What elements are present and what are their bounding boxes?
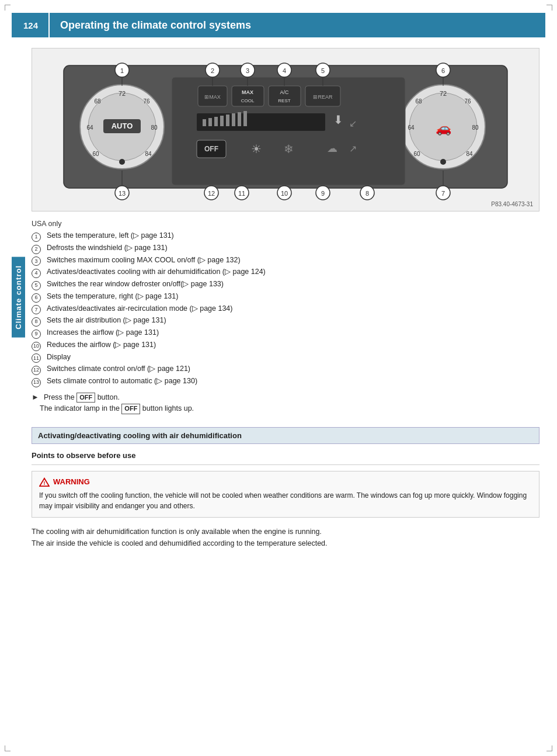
list-item-text: Reduces the airflow (▷ page 131) bbox=[47, 339, 156, 351]
warning-text: If you switch off the cooling function, … bbox=[39, 490, 532, 511]
press-note-text: Press the OFF button. bbox=[44, 393, 120, 403]
list-num: 8 bbox=[32, 315, 47, 326]
circled-num: 3 bbox=[32, 256, 41, 266]
list-item-text: Activates/deactivates cooling with air d… bbox=[47, 266, 266, 278]
page-number: 124 bbox=[23, 13, 50, 37]
svg-rect-43 bbox=[243, 111, 247, 126]
svg-text:84: 84 bbox=[466, 151, 473, 157]
footer-line-1: The cooling with air dehumidification fu… bbox=[32, 526, 539, 537]
list-item: 12 Switches climate control on/off (▷ pa… bbox=[32, 363, 539, 374]
list-item-text: Display bbox=[47, 352, 71, 363]
svg-text:6: 6 bbox=[441, 67, 445, 74]
circled-num: 13 bbox=[32, 378, 41, 387]
list-item: 13 Sets climate control to automatic (▷ … bbox=[32, 376, 539, 387]
corner-mark-tr bbox=[546, 5, 552, 11]
svg-text:72: 72 bbox=[119, 90, 126, 97]
list-num: 12 bbox=[32, 364, 47, 374]
svg-rect-36 bbox=[203, 119, 206, 126]
svg-text:5: 5 bbox=[321, 67, 325, 74]
list-num: 5 bbox=[32, 279, 47, 290]
svg-text:☀: ☀ bbox=[251, 143, 262, 155]
svg-text:!: ! bbox=[44, 480, 46, 486]
warning-box: ! WARNING If you switch off the cooling … bbox=[32, 471, 539, 518]
arrow-icon: ► bbox=[32, 393, 39, 401]
svg-text:60: 60 bbox=[413, 151, 420, 157]
circled-num: 2 bbox=[32, 245, 41, 254]
svg-text:68: 68 bbox=[94, 98, 101, 105]
list-item: 7 Activates/deactivates air-recirculatio… bbox=[32, 303, 539, 314]
svg-text:AUTO: AUTO bbox=[112, 122, 133, 130]
svg-text:60: 60 bbox=[92, 151, 99, 157]
svg-text:11: 11 bbox=[238, 190, 245, 197]
svg-text:MAX: MAX bbox=[242, 89, 253, 95]
svg-text:76: 76 bbox=[464, 98, 471, 105]
circled-num: 6 bbox=[32, 293, 41, 303]
list-num: 11 bbox=[32, 352, 47, 363]
svg-text:84: 84 bbox=[145, 151, 152, 157]
list-num: 3 bbox=[32, 255, 47, 266]
list-item-text: Switches the rear window defroster on/of… bbox=[47, 279, 224, 290]
circled-num: 1 bbox=[32, 233, 41, 242]
circled-num: 5 bbox=[32, 281, 41, 290]
footer-line-2: The air inside the vehicle is cooled and… bbox=[32, 537, 539, 549]
corner-mark-bl bbox=[5, 745, 11, 751]
svg-text:4: 4 bbox=[283, 67, 286, 74]
list-item: 2 Defrosts the windshield (▷ page 131) bbox=[32, 242, 539, 254]
list-item: 11 Display bbox=[32, 352, 539, 363]
section-box: Activating/deactivating cooling with air… bbox=[32, 427, 539, 444]
svg-text:☁: ☁ bbox=[327, 143, 337, 154]
list-num: 10 bbox=[32, 340, 47, 351]
list-item-text: Switches climate control on/off (▷ page … bbox=[47, 363, 190, 374]
list-item-text: Sets climate control to automatic (▷ pag… bbox=[47, 376, 197, 387]
section-subtitle: Points to observe before use bbox=[32, 451, 539, 460]
circled-num: 12 bbox=[32, 366, 41, 375]
svg-text:OFF: OFF bbox=[204, 145, 218, 153]
corner-mark-br bbox=[546, 745, 552, 751]
list-num: 2 bbox=[32, 243, 47, 254]
circled-num: 8 bbox=[32, 317, 41, 327]
list-num: 9 bbox=[32, 328, 47, 338]
list-num: 13 bbox=[32, 376, 47, 387]
svg-text:12: 12 bbox=[208, 190, 215, 197]
corner-mark-tl bbox=[5, 5, 11, 11]
svg-rect-38 bbox=[214, 117, 218, 126]
svg-text:13: 13 bbox=[119, 190, 126, 197]
svg-point-12 bbox=[119, 159, 125, 165]
list-item: 9 Increases the airflow (▷ page 131) bbox=[32, 327, 539, 338]
svg-rect-41 bbox=[232, 113, 235, 126]
list-item: 4 Activates/deactivates cooling with air… bbox=[32, 266, 539, 278]
list-item: 1 Sets the temperature, left (▷ page 131… bbox=[32, 230, 539, 241]
list-item: 8 Sets the air distribution (▷ page 131) bbox=[32, 315, 539, 326]
svg-text:64: 64 bbox=[408, 124, 415, 131]
svg-point-23 bbox=[440, 159, 446, 165]
list-item-text: Sets the temperature, left (▷ page 131) bbox=[47, 230, 174, 241]
circled-num: 9 bbox=[32, 330, 41, 339]
header-bar: 124 Operating the climate control system… bbox=[12, 13, 545, 37]
circled-num: 4 bbox=[32, 269, 41, 278]
svg-text:10: 10 bbox=[281, 190, 288, 197]
circled-num: 11 bbox=[32, 353, 41, 363]
svg-text:1: 1 bbox=[120, 67, 124, 74]
svg-text:⬇: ⬇ bbox=[333, 113, 343, 126]
warning-title: ! WARNING bbox=[39, 477, 532, 487]
svg-text:80: 80 bbox=[472, 124, 479, 131]
usa-only-label: USA only bbox=[32, 220, 539, 228]
side-label: Climate control bbox=[12, 257, 25, 338]
warning-label: WARNING bbox=[53, 477, 90, 486]
footer-text: The cooling with air dehumidification fu… bbox=[32, 526, 539, 549]
svg-text:72: 72 bbox=[440, 90, 447, 97]
svg-text:⊞REAR: ⊞REAR bbox=[313, 94, 333, 100]
circled-num: 7 bbox=[32, 305, 41, 314]
off-button-ref: OFF bbox=[76, 393, 95, 403]
svg-text:64: 64 bbox=[86, 124, 93, 131]
svg-text:8: 8 bbox=[365, 190, 369, 197]
circled-num: 10 bbox=[32, 342, 41, 351]
warning-triangle-icon: ! bbox=[39, 477, 50, 487]
section-box-label: Activating/deactivating cooling with air… bbox=[38, 431, 242, 440]
list-item: 6 Sets the temperature, right (▷ page 13… bbox=[32, 291, 539, 302]
page-title: Operating the climate control systems bbox=[60, 19, 251, 32]
press-note-indent: The indicator lamp in the OFF button lig… bbox=[32, 404, 539, 414]
list-item-text: Defrosts the windshield (▷ page 131) bbox=[47, 242, 168, 254]
list-items: 1 Sets the temperature, left (▷ page 131… bbox=[32, 230, 539, 387]
diagram-ref: P83.40-4673-31 bbox=[491, 201, 533, 207]
